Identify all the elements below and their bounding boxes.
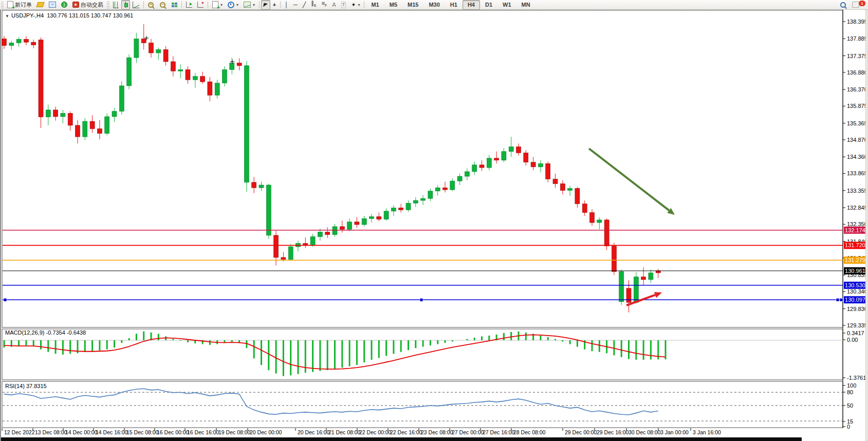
toolbar-grip[interactable]: [1, 1, 4, 8]
svg-text:0.00: 0.00: [847, 337, 858, 343]
chart-canvas[interactable]: 138.395137.885137.375136.880136.370135.8…: [0, 9, 868, 441]
svg-text:12 Dec 2022: 12 Dec 2022: [4, 429, 35, 435]
timeframe-w1-button[interactable]: W1: [497, 0, 516, 10]
fibonacci-icon: ≡F: [322, 1, 327, 8]
bar-chart-icon: [113, 2, 119, 8]
chart-shift-button[interactable]: +: [195, 0, 206, 10]
candlestick-chart-button[interactable]: [121, 0, 130, 10]
timeframe-h4-button[interactable]: H4: [463, 0, 480, 10]
new-chart-button[interactable]: ▾: [210, 0, 225, 10]
trendline-button[interactable]: ╱: [300, 0, 309, 10]
svg-text:133.355: 133.355: [847, 188, 867, 194]
svg-text:-1.3761: -1.3761: [847, 375, 866, 381]
svg-text:3 Jan 16:00: 3 Jan 16:00: [693, 429, 721, 435]
timeframe-mn-button[interactable]: MN: [516, 0, 535, 10]
channel-button[interactable]: ∥E: [308, 0, 319, 10]
svg-text:130.097: 130.097: [845, 297, 865, 303]
tile-windows-icon: [172, 3, 177, 7]
tile-windows-button[interactable]: [169, 0, 180, 10]
svg-text:137.885: 137.885: [847, 35, 867, 42]
cursor-button[interactable]: ◤: [261, 0, 270, 10]
search-button[interactable]: [838, 0, 849, 10]
horizontal-line-icon: ─: [293, 2, 298, 8]
timeframe-m5-button[interactable]: M5: [384, 0, 402, 10]
data-window-icon: ~: [49, 2, 56, 8]
svg-text:137.375: 137.375: [847, 53, 867, 59]
svg-text:131.720: 131.720: [845, 242, 865, 248]
svg-text:19 Dec 08:00: 19 Dec 08:00: [218, 429, 251, 435]
sound-icon: ): [61, 2, 67, 8]
svg-text:27 Dec 16:00: 27 Dec 16:00: [483, 429, 515, 435]
chart-title: ▼USDJPY-,H4 130.776 131.015 130.747 130.…: [5, 12, 133, 19]
bar-chart-button[interactable]: [110, 0, 121, 10]
svg-text:132.350: 132.350: [847, 221, 867, 227]
svg-text:134.870: 134.870: [847, 137, 867, 143]
svg-text:13 Dec 08:00: 13 Dec 08:00: [35, 429, 67, 435]
new-order-icon: [7, 1, 13, 8]
text-label-icon: T: [341, 2, 346, 8]
clock-icon: [228, 2, 234, 8]
svg-text:129.830: 129.830: [847, 306, 867, 312]
cursor-icon: ◤: [263, 2, 268, 8]
chart-menu-icon[interactable]: ▼: [5, 14, 9, 19]
templates-button[interactable]: ▾: [241, 0, 257, 10]
zoom-out-icon: −: [160, 2, 165, 8]
autotrading-button[interactable]: 自动交易: [70, 0, 106, 10]
svg-text:14 Dec 16:00: 14 Dec 16:00: [96, 429, 128, 435]
macd-indicator-label: MACD(12,26,9) -0.7354 -0.6438: [5, 329, 86, 336]
svg-text:27 Dec 00:00: 27 Dec 00:00: [452, 429, 484, 435]
fibonacci-button[interactable]: ≡F: [319, 0, 330, 10]
sound-alert-button[interactable]: ): [59, 0, 70, 10]
chart-shift-icon: +: [197, 2, 204, 8]
svg-text:132.174: 132.174: [845, 227, 865, 233]
zoom-in-button[interactable]: +: [145, 0, 157, 10]
svg-text:138.395: 138.395: [847, 19, 867, 25]
chat-bubble-icon: [852, 2, 859, 8]
data-window-button[interactable]: ~: [46, 0, 59, 10]
svg-text:30 Dec 08:00: 30 Dec 08:00: [629, 429, 661, 435]
autoscroll-icon: [186, 2, 192, 8]
zoom-out-button[interactable]: −: [157, 0, 169, 10]
line-chart-button[interactable]: [130, 0, 142, 10]
toolbar-grip[interactable]: [107, 1, 109, 8]
new-order-button[interactable]: 新订单: [5, 0, 34, 10]
svg-text:134.360: 134.360: [847, 154, 867, 160]
periods-button[interactable]: ▾: [225, 0, 241, 10]
svg-text:16 Dec 00:00: 16 Dec 00:00: [157, 429, 189, 435]
svg-text:0.3417: 0.3417: [847, 330, 864, 336]
text-label-button[interactable]: T: [339, 0, 349, 10]
svg-text:16 Dec 16:00: 16 Dec 16:00: [187, 429, 219, 435]
arrows-button[interactable]: ✦▾: [348, 0, 362, 10]
svg-text:0: 0: [847, 424, 850, 430]
market-watch-button[interactable]: [34, 0, 46, 10]
svg-text:135.875: 135.875: [847, 103, 867, 109]
template-icon: [244, 2, 251, 8]
arrows-icon: ✦: [351, 2, 356, 8]
timeframe-d1-button[interactable]: D1: [480, 0, 497, 10]
new-chart-icon: [212, 1, 218, 8]
svg-text:14 Dec 00:00: 14 Dec 00:00: [65, 429, 98, 435]
horizontal-line-button[interactable]: ─: [291, 0, 300, 10]
autoscroll-button[interactable]: [183, 0, 195, 10]
zoom-in-icon: +: [148, 2, 154, 8]
timeframe-m15-button[interactable]: M15: [402, 0, 423, 10]
timeframe-m30-button[interactable]: M30: [423, 0, 445, 10]
notification-badge: 1: [859, 1, 865, 6]
main-toolbar: 新订单 ~ ) 自动交易 + − + ▾ ▾ ▾ ◤ + │ ─ ╱ ∥E ≡F…: [0, 0, 868, 10]
svg-text:20 Dec 16:00: 20 Dec 16:00: [298, 429, 330, 435]
timeframe-h1-button[interactable]: H1: [445, 0, 463, 10]
text-button[interactable]: A: [329, 0, 338, 10]
svg-text:20 Dec 00:00: 20 Dec 00:00: [250, 429, 282, 435]
svg-text:136.370: 136.370: [847, 86, 867, 93]
notifications-button[interactable]: 1: [849, 0, 868, 10]
svg-text:50: 50: [847, 402, 853, 409]
crosshair-button[interactable]: +: [270, 0, 279, 10]
timeframe-m1-button[interactable]: M1: [366, 0, 384, 10]
svg-text:100: 100: [847, 382, 856, 389]
vertical-line-button[interactable]: │: [282, 0, 291, 10]
window-left-border: [0, 9, 1, 441]
svg-text:29 Dec 00:00: 29 Dec 00:00: [565, 429, 597, 435]
text-icon: A: [332, 2, 336, 8]
svg-text:135.365: 135.365: [847, 120, 867, 126]
svg-text:3 Jan 00:00: 3 Jan 00:00: [660, 429, 689, 435]
